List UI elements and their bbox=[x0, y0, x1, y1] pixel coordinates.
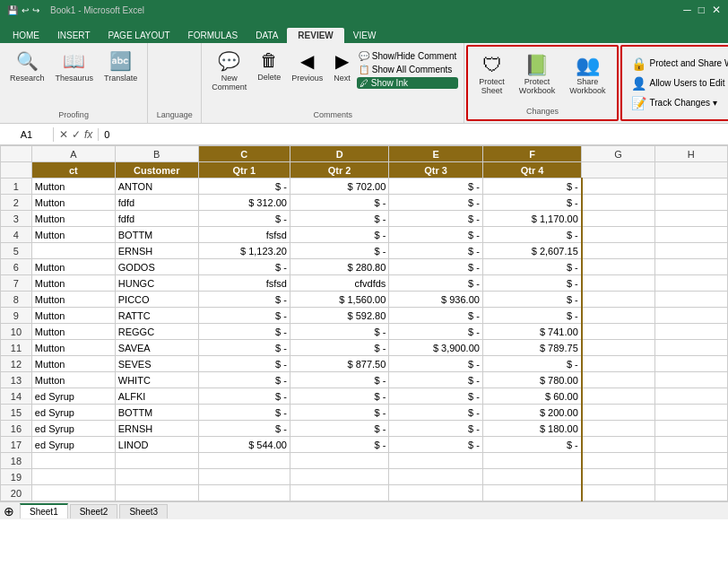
cell[interactable]: $ 702.00 bbox=[290, 179, 388, 195]
col-header-b[interactable]: B bbox=[115, 146, 198, 162]
cell[interactable]: 4 bbox=[1, 227, 32, 243]
cell[interactable]: $ - bbox=[389, 308, 483, 324]
show-ink-button[interactable]: 🖊 Show Ink bbox=[357, 77, 458, 89]
close-btn[interactable]: ✕ bbox=[712, 4, 721, 16]
cell[interactable] bbox=[654, 485, 727, 501]
cell[interactable]: RATTC bbox=[115, 308, 198, 324]
cell[interactable]: $ - bbox=[482, 275, 581, 292]
cell[interactable]: 10 bbox=[1, 324, 32, 340]
cell[interactable] bbox=[654, 421, 727, 437]
cell[interactable] bbox=[582, 275, 654, 292]
tab-home[interactable]: HOME bbox=[4, 28, 48, 43]
cell[interactable] bbox=[582, 195, 654, 211]
cell[interactable]: Mutton bbox=[31, 259, 115, 275]
cell[interactable]: $ - bbox=[482, 437, 581, 453]
tab-review[interactable]: REVIEW bbox=[287, 28, 343, 43]
cell[interactable]: $ - bbox=[198, 405, 290, 421]
cell[interactable]: 9 bbox=[1, 308, 32, 324]
cell[interactable]: 16 bbox=[1, 421, 32, 437]
cell[interactable]: 13 bbox=[1, 372, 32, 388]
cell[interactable]: $ - bbox=[389, 421, 483, 437]
cell[interactable]: $ 789.75 bbox=[482, 340, 581, 356]
cell[interactable]: fsfsd bbox=[198, 275, 290, 292]
cell[interactable]: Mutton bbox=[31, 195, 115, 211]
cell[interactable] bbox=[654, 259, 727, 275]
cell[interactable]: $ 592.80 bbox=[290, 308, 388, 324]
cell[interactable]: $ - bbox=[290, 437, 388, 453]
cell[interactable]: 17 bbox=[1, 437, 32, 453]
cell[interactable] bbox=[654, 340, 727, 356]
cell[interactable]: Mutton bbox=[31, 275, 115, 292]
cell[interactable]: ed Syrup bbox=[31, 405, 115, 421]
cell[interactable]: Mutton bbox=[31, 308, 115, 324]
cell[interactable] bbox=[198, 453, 290, 469]
cell[interactable]: $ - bbox=[290, 372, 388, 388]
table-row[interactable]: 1MuttonANTON$ -$ 702.00$ -$ - bbox=[1, 179, 728, 195]
cell[interactable]: 5 bbox=[1, 243, 32, 259]
quick-save[interactable]: 💾 bbox=[7, 5, 18, 15]
col-header-g[interactable]: G bbox=[582, 146, 654, 162]
table-row[interactable]: 8MuttonPICCO$ -$ 1,560.00$ 936.00$ - bbox=[1, 292, 728, 308]
cell[interactable]: $ - bbox=[482, 292, 581, 308]
cell[interactable] bbox=[290, 485, 388, 501]
cell[interactable] bbox=[31, 243, 115, 259]
cell[interactable] bbox=[31, 453, 115, 469]
cell[interactable]: $ - bbox=[198, 211, 290, 227]
cell[interactable]: $ - bbox=[290, 227, 388, 243]
cell[interactable] bbox=[582, 437, 654, 453]
table-row[interactable]: 13MuttonWHITC$ -$ -$ -$ 780.00 bbox=[1, 372, 728, 388]
cell[interactable] bbox=[582, 469, 654, 485]
table-row[interactable]: 12MuttonSEVES$ -$ 877.50$ -$ - bbox=[1, 356, 728, 372]
cell[interactable] bbox=[582, 259, 654, 275]
cell[interactable] bbox=[198, 469, 290, 485]
table-row[interactable]: 20 bbox=[1, 485, 728, 501]
cell[interactable]: $ 280.80 bbox=[290, 259, 388, 275]
cell[interactable] bbox=[654, 405, 727, 421]
col-header-a[interactable]: A bbox=[31, 146, 115, 162]
cell[interactable]: Mutton bbox=[31, 372, 115, 388]
cell[interactable]: $ 780.00 bbox=[482, 372, 581, 388]
cell[interactable]: $ - bbox=[389, 356, 483, 372]
cell[interactable]: HUNGC bbox=[115, 275, 198, 292]
add-sheet-btn[interactable]: ⊕ bbox=[4, 504, 14, 518]
translate-button[interactable]: 🔤 Translate bbox=[100, 47, 142, 86]
cell[interactable] bbox=[654, 356, 727, 372]
cell[interactable]: $ - bbox=[389, 227, 483, 243]
maximize-btn[interactable]: □ bbox=[698, 4, 705, 16]
cell[interactable]: $ - bbox=[482, 308, 581, 324]
show-hide-comment-button[interactable]: 💬 Show/Hide Comment bbox=[357, 50, 458, 62]
table-row[interactable]: 5ERNSH$ 1,123.20$ -$ -$ 2,607.15 bbox=[1, 243, 728, 259]
col-header-d[interactable]: D bbox=[290, 146, 388, 162]
cell[interactable] bbox=[482, 469, 581, 485]
cell[interactable]: ALFKI bbox=[115, 388, 198, 405]
tab-data[interactable]: DATA bbox=[247, 28, 287, 43]
table-row[interactable]: 9MuttonRATTC$ -$ 592.80$ -$ - bbox=[1, 308, 728, 324]
cell[interactable]: fdfd bbox=[115, 195, 198, 211]
cell[interactable]: $ - bbox=[389, 388, 483, 405]
tab-formulas[interactable]: FORMULAS bbox=[179, 28, 247, 43]
cell[interactable]: $ 877.50 bbox=[290, 356, 388, 372]
cell[interactable]: $ - bbox=[290, 324, 388, 340]
cell[interactable]: $ - bbox=[290, 340, 388, 356]
cell[interactable]: $ - bbox=[290, 195, 388, 211]
cell[interactable]: $ - bbox=[389, 179, 483, 195]
cell[interactable]: $ 60.00 bbox=[482, 388, 581, 405]
cell[interactable]: $ - bbox=[290, 421, 388, 437]
table-row[interactable]: 10MuttonREGGC$ -$ -$ -$ 741.00 bbox=[1, 324, 728, 340]
table-row[interactable]: 18 bbox=[1, 453, 728, 469]
cell[interactable] bbox=[582, 340, 654, 356]
cell[interactable]: $ 2,607.15 bbox=[482, 243, 581, 259]
cell[interactable]: fdfd bbox=[115, 211, 198, 227]
formula-input[interactable]: 0 bbox=[99, 127, 728, 142]
table-row[interactable]: 17ed SyrupLINOD$ 544.00$ -$ -$ - bbox=[1, 437, 728, 453]
cell[interactable]: $ - bbox=[482, 356, 581, 372]
cell[interactable] bbox=[582, 485, 654, 501]
cell[interactable] bbox=[582, 308, 654, 324]
protect-workbook-button[interactable]: 📗 ProtectWorkbook bbox=[514, 50, 560, 99]
cell[interactable]: GODOS bbox=[115, 259, 198, 275]
table-row[interactable]: 3Muttonfdfd$ -$ -$ -$ 1,170.00 bbox=[1, 211, 728, 227]
cell[interactable]: 20 bbox=[1, 485, 32, 501]
cell[interactable]: 19 bbox=[1, 469, 32, 485]
tab-insert[interactable]: INSERT bbox=[48, 28, 100, 43]
cell[interactable]: $ - bbox=[290, 243, 388, 259]
